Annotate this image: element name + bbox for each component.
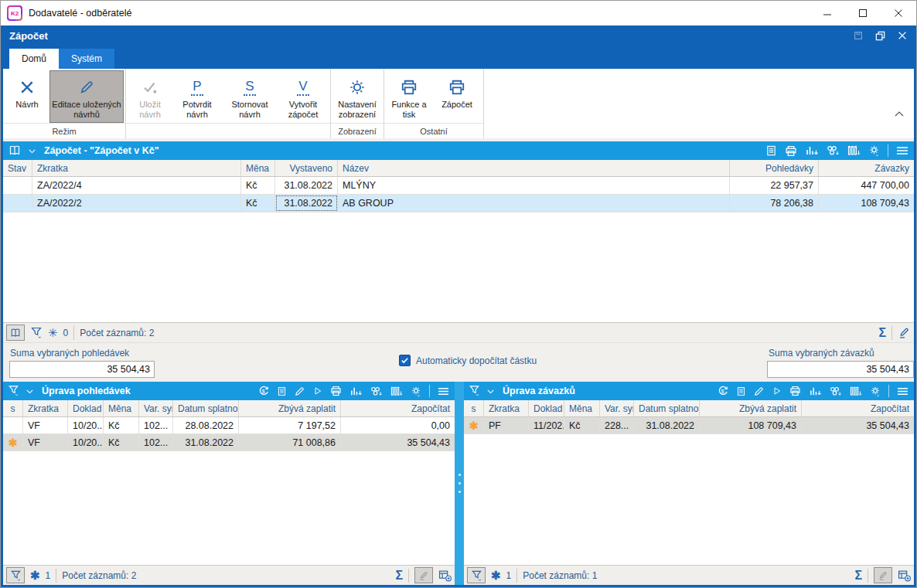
table-row-selected[interactable]: ✱ PF 11/202... Kč 228... 31.08.2022 108 …	[464, 417, 914, 434]
book-toggle-icon[interactable]	[6, 325, 25, 341]
chevron-down-icon[interactable]	[486, 386, 496, 396]
report-form-icon[interactable]	[277, 386, 287, 397]
collapse-ribbon-icon[interactable]	[894, 110, 905, 118]
filter-toggle-icon[interactable]	[6, 567, 25, 583]
column-header-mena[interactable]: Měna	[241, 160, 275, 176]
add-record-table-icon[interactable]	[438, 569, 452, 582]
print-icon[interactable]	[329, 385, 343, 397]
report-form-icon[interactable]	[736, 386, 746, 397]
chart-icon[interactable]	[805, 144, 819, 157]
table-row[interactable]: ZA/2022/4 Kč 31.08.2022 MLÝNY 22 957,37 …	[3, 177, 914, 195]
close-panel-icon[interactable]	[897, 30, 908, 41]
settings-gear-icon[interactable]	[410, 386, 422, 397]
svg-text:$: $	[262, 388, 266, 395]
column-header-var-symbol[interactable]: Var. symbol	[139, 400, 173, 416]
column-header-stav[interactable]: Stav	[3, 160, 32, 176]
column-header-mena[interactable]: Měna	[564, 400, 600, 416]
minimize-button[interactable]	[810, 1, 845, 25]
column-header-doklad[interactable]: Doklad	[68, 400, 104, 416]
sum-payables-input[interactable]: 35 504,43	[767, 361, 914, 378]
edit-pencil-icon[interactable]	[294, 386, 305, 397]
column-header-datum-splatnosti[interactable]: Datum splatnosti	[173, 400, 239, 416]
add-record-table-icon[interactable]	[898, 569, 911, 582]
save-layout-icon[interactable]	[853, 30, 864, 41]
sum-receivables-input[interactable]: 35 504,43	[9, 361, 155, 378]
settings-gear-icon[interactable]	[869, 386, 881, 397]
clover-relations-icon[interactable]	[829, 386, 842, 397]
column-header-zkratka[interactable]: Zkratka	[32, 160, 241, 176]
menu-icon[interactable]	[896, 386, 909, 396]
filter-icon[interactable]	[30, 326, 43, 339]
column-header-zapocitat[interactable]: Započítat	[802, 400, 914, 416]
nastaveni-zobrazeni-button[interactable]: Nastavení zobrazení	[332, 70, 382, 123]
restore-panel-icon[interactable]	[874, 30, 886, 42]
stornovat-navrh-button[interactable]: S Stornovat návrh	[222, 70, 278, 123]
column-header-mena[interactable]: Měna	[104, 400, 139, 416]
column-header-s[interactable]: s	[3, 400, 23, 416]
tab-domu[interactable]: Domů	[9, 49, 59, 69]
sum-sigma-icon[interactable]: Σ	[878, 327, 886, 339]
chevron-down-icon[interactable]	[25, 386, 35, 396]
report-form-icon[interactable]	[765, 144, 777, 157]
menu-icon[interactable]	[437, 386, 450, 396]
snowflake-icon[interactable]: ✳	[48, 327, 58, 338]
column-header-datum-splatnosti[interactable]: Datum splatnosti	[634, 400, 700, 416]
sum-sigma-icon[interactable]: Σ	[854, 569, 862, 582]
asterisk-icon[interactable]: ✱	[491, 569, 501, 581]
filter-icon[interactable]	[8, 385, 19, 397]
chevron-down-icon[interactable]	[27, 146, 37, 156]
column-header-doklad[interactable]: Doklad	[529, 400, 564, 416]
clover-relations-icon[interactable]	[826, 144, 840, 157]
table-row[interactable]: VF 10/20... Kč 102... 28.08.2022 7 197,5…	[3, 417, 455, 434]
footer-divider	[891, 326, 892, 340]
potvrdit-navrh-button[interactable]: P Potvrdit návrh	[172, 70, 222, 123]
column-header-vystaveno[interactable]: Vystaveno	[275, 160, 338, 176]
table-row-selected[interactable]: ✱ VF 10/20... Kč 102... 31.08.2022 71 00…	[3, 434, 455, 451]
edit-pencil-icon[interactable]	[753, 386, 765, 397]
editace-ulozenych-navrhu-button[interactable]: Editace uložených návrhů	[49, 70, 124, 123]
cell-vystaveno-focused[interactable]: 31.08.2022	[275, 195, 338, 212]
print-icon[interactable]	[784, 144, 798, 158]
filter-toggle-icon[interactable]	[467, 567, 486, 583]
table-row-selected[interactable]: ZA/2022/2 Kč 31.08.2022 AB GROUP 78 206,…	[3, 195, 914, 212]
column-header-nazev[interactable]: Název	[338, 160, 730, 176]
chart-icon[interactable]	[349, 386, 363, 397]
column-header-zavazky[interactable]: Závazky	[819, 160, 914, 176]
column-header-pohledavky[interactable]: Pohledávky	[730, 160, 819, 176]
column-header-var-symbol[interactable]: Var. symbol	[600, 400, 634, 416]
column-header-zapocitat[interactable]: Započítat	[341, 400, 455, 416]
menu-icon[interactable]	[895, 145, 909, 156]
zapocet-print-button[interactable]: Zápočet	[432, 70, 482, 123]
column-header-s[interactable]: s	[464, 400, 484, 416]
edit-pencil-icon[interactable]	[898, 326, 911, 339]
print-icon[interactable]	[789, 385, 802, 397]
columns-icon[interactable]	[390, 386, 403, 397]
column-header-zbyva-zaplatit[interactable]: Zbývá zaplatit	[700, 400, 802, 416]
tab-system[interactable]: Systém	[59, 49, 114, 69]
vytvorit-zapocet-button[interactable]: V Vytvořit zápočet	[278, 70, 329, 123]
columns-icon[interactable]	[849, 386, 862, 397]
panel-splitter[interactable]	[455, 382, 464, 585]
refresh-currency-icon[interactable]: $	[717, 385, 729, 397]
column-header-zkratka[interactable]: Zkratka	[23, 400, 68, 416]
column-header-zkratka[interactable]: Zkratka	[484, 400, 529, 416]
window-title: Dodavatelé - odběratelé	[29, 8, 131, 19]
maximize-button[interactable]	[845, 1, 881, 25]
sum-sigma-icon[interactable]: Σ	[395, 569, 403, 582]
book-icon[interactable]	[8, 144, 22, 157]
play-icon[interactable]	[312, 386, 322, 396]
ulozit-navrh-button[interactable]: Uložit návrh	[128, 70, 172, 123]
settings-gear-icon[interactable]	[868, 144, 881, 157]
navrh-button[interactable]: Návrh	[5, 70, 49, 123]
close-button[interactable]	[881, 1, 916, 25]
filter-icon[interactable]	[469, 385, 480, 397]
columns-icon[interactable]	[847, 144, 861, 157]
refresh-currency-icon[interactable]: $	[257, 385, 270, 397]
asterisk-icon[interactable]: ✱	[30, 569, 40, 581]
clover-relations-icon[interactable]	[370, 386, 383, 397]
chart-icon[interactable]	[809, 386, 822, 397]
auto-amount-checkbox[interactable]	[399, 355, 411, 366]
column-header-zbyva-zaplatit[interactable]: Zbývá zaplatit	[239, 400, 341, 416]
play-icon[interactable]	[772, 386, 782, 396]
funkce-a-tisk-button[interactable]: Funkce a tisk	[386, 70, 432, 123]
